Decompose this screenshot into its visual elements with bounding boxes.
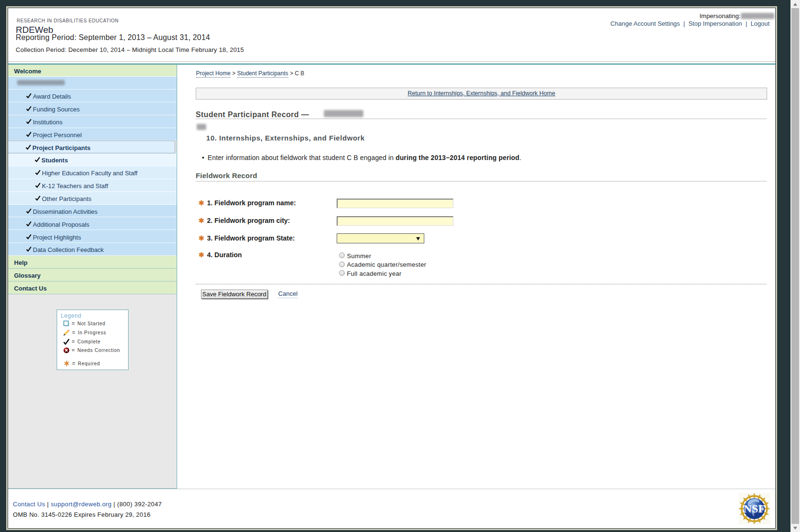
svg-text:NSF: NSF bbox=[743, 502, 765, 515]
